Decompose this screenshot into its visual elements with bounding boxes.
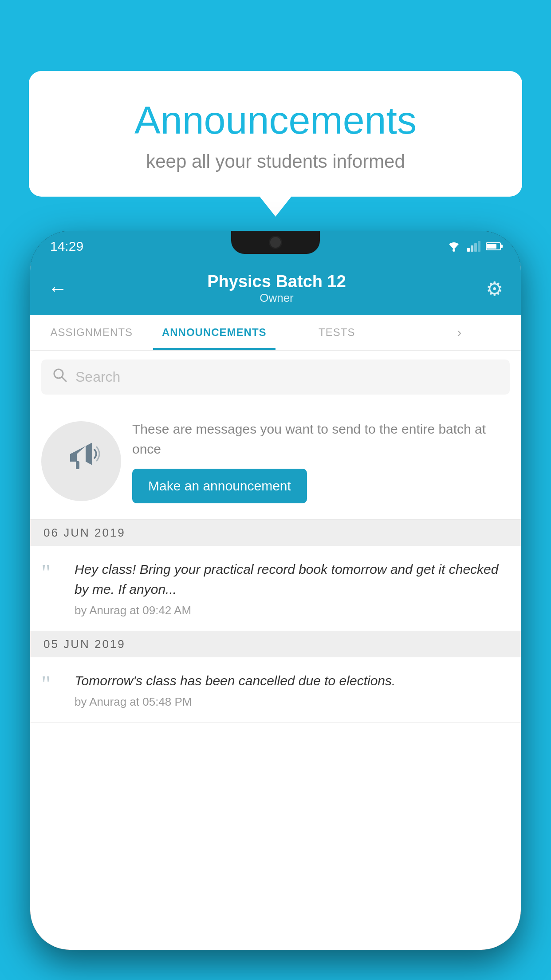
date-separator-2: 05 JUN 2019 <box>30 631 521 657</box>
announcement-item-1[interactable]: " Hey class! Bring your practical record… <box>30 546 521 631</box>
status-time: 14:29 <box>50 239 83 254</box>
make-announcement-button[interactable]: Make an announcement <box>132 469 307 503</box>
announcement-content-2: Tomorrow's class has been cancelled due … <box>75 671 510 709</box>
svg-rect-4 <box>478 241 480 252</box>
search-icon <box>52 368 67 387</box>
announcement-meta-1: by Anurag at 09:42 AM <box>75 604 510 617</box>
app-header: ← Physics Batch 12 Owner ⚙ <box>30 262 521 315</box>
speech-bubble-section: Announcements keep all your students inf… <box>29 71 522 197</box>
search-bar[interactable]: Search <box>41 360 510 395</box>
megaphone-icon <box>61 437 101 486</box>
tabs-bar: ASSIGNMENTS ANNOUNCEMENTS TESTS › <box>30 315 521 351</box>
svg-rect-7 <box>70 454 77 462</box>
svg-line-6 <box>62 377 66 381</box>
promo-description: These are messages you want to send to t… <box>132 419 510 459</box>
speech-bubble-subtitle: keep all your students informed <box>64 151 487 172</box>
phone-notch <box>231 231 320 254</box>
tab-announcements[interactable]: ANNOUNCEMENTS <box>153 315 276 350</box>
quote-icon-2: " <box>41 673 66 696</box>
announcement-text-2: Tomorrow's class has been cancelled due … <box>75 671 510 691</box>
header-center: Physics Batch 12 Owner <box>207 272 346 305</box>
announcement-meta-2: by Anurag at 05:48 PM <box>75 695 510 709</box>
phone-wrapper: 14:29 <box>30 231 521 980</box>
promo-icon-circle <box>41 421 121 501</box>
promo-section: These are messages you want to send to t… <box>30 403 521 520</box>
announcement-content-1: Hey class! Bring your practical record b… <box>75 559 510 617</box>
svg-rect-8 <box>76 461 79 469</box>
svg-point-0 <box>453 249 455 252</box>
app-screen: ← Physics Batch 12 Owner ⚙ ASSIGNMENTS A… <box>30 262 521 950</box>
phone-camera <box>269 236 282 249</box>
tab-tests[interactable]: TESTS <box>276 315 398 350</box>
promo-content: These are messages you want to send to t… <box>132 419 510 503</box>
svg-rect-1 <box>467 248 470 252</box>
header-subtitle: Owner <box>207 291 346 305</box>
svg-rect-3 <box>474 243 477 252</box>
signal-icon <box>467 241 480 252</box>
header-title: Physics Batch 12 <box>207 272 346 291</box>
search-placeholder: Search <box>75 369 120 385</box>
settings-button[interactable]: ⚙ <box>486 277 503 300</box>
announcement-item-2[interactable]: " Tomorrow's class has been cancelled du… <box>30 657 521 723</box>
svg-rect-2 <box>471 245 473 252</box>
announcement-text-1: Hey class! Bring your practical record b… <box>75 559 510 599</box>
search-container: Search <box>30 351 521 403</box>
tab-assignments[interactable]: ASSIGNMENTS <box>30 315 153 350</box>
speech-bubble-card: Announcements keep all your students inf… <box>29 71 522 197</box>
wifi-icon <box>446 241 462 252</box>
date-separator-1: 06 JUN 2019 <box>30 520 521 546</box>
status-icons <box>446 241 501 252</box>
battery-icon <box>486 242 501 250</box>
phone-frame: 14:29 <box>30 231 521 950</box>
back-button[interactable]: ← <box>48 277 67 300</box>
quote-icon-1: " <box>41 561 66 585</box>
speech-bubble-title: Announcements <box>64 98 487 143</box>
tab-more[interactable]: › <box>398 315 521 350</box>
